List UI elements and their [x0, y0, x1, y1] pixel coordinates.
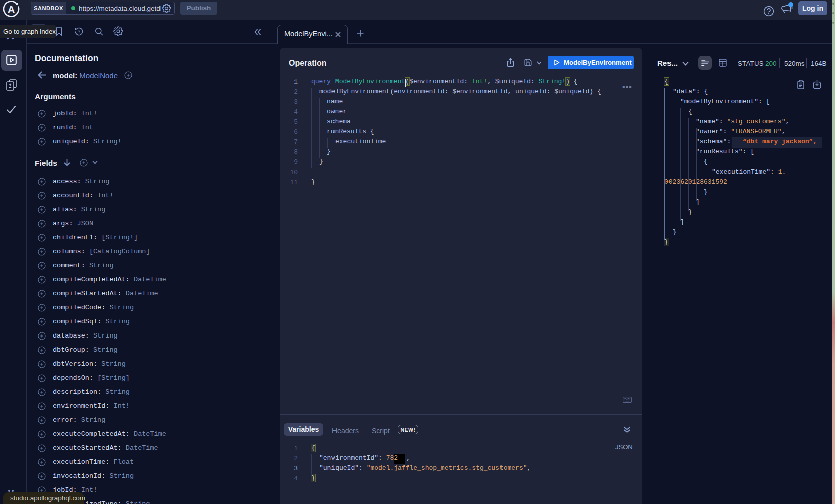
svg-text:A: A: [7, 4, 15, 15]
